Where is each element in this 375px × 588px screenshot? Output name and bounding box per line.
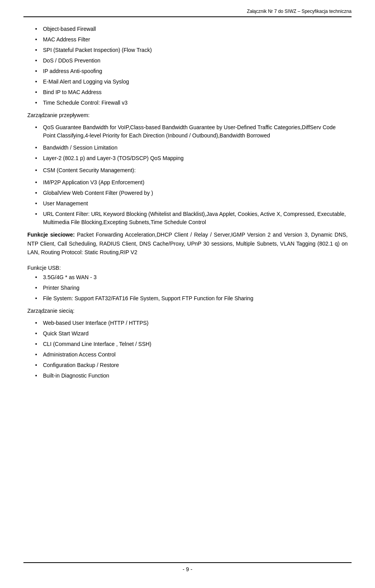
list-item: IM/P2P Application V3 (App Enforcement) [35, 178, 348, 187]
list-item: Configuration Backup / Restore [35, 361, 348, 369]
page-container: Załącznik Nr 7 do SIWZ – Specyfikacja te… [0, 0, 375, 588]
list-item: File System: Support FAT32/FAT16 File Sy… [35, 294, 348, 303]
list-item: Built-in Diagnostic Function [35, 372, 348, 380]
csm-item: CSM (Content Security Management): [35, 166, 348, 175]
list-item: GlobalView Web Content Filter (Powered b… [35, 189, 348, 197]
list-item: Administration Access Control [35, 351, 348, 359]
qos-item: QoS Guarantee Bandwidth for VoIP,Class-b… [35, 123, 348, 140]
list-item: Time Schedule Control: Firewall v3 [35, 99, 348, 107]
list-item: DoS / DDoS Prevention [35, 57, 348, 65]
list-item: CLI (Command Line Interface , Telnet / S… [35, 340, 348, 348]
footer-text: - 9 - [183, 566, 193, 572]
list-item: Bind IP to MAC Address [35, 88, 348, 96]
funkcje-usb-label: Funkcje USB: [27, 265, 61, 271]
page-footer: - 9 - [23, 562, 352, 572]
list-item: Quick Start Wizard [35, 330, 348, 338]
zarzadzanie-siecia-label: Zarządzanie siecią: [27, 308, 75, 314]
list-item: Printer Sharing [35, 284, 348, 292]
csm-sub-list: IM/P2P Application V3 (App Enforcement)G… [35, 178, 348, 226]
mgmt-list: Web-based User Interface (HTTP / HTTPS)Q… [35, 319, 348, 380]
list-item: Object-based Firewall [35, 25, 348, 33]
list-item: Layer-2 (802.1 p) and Layer-3 (TOS/DSCP)… [35, 154, 348, 162]
header-text: Załącznik Nr 7 do SIWZ – Specyfikacja te… [247, 9, 352, 14]
list-item: E-Mail Alert and Logging via Syslog [35, 78, 348, 86]
zarzadzanie-przeplywem-label: Zarządzanie przepływem: [27, 112, 90, 118]
zarzadzanie-przeplywem-section: Zarządzanie przepływem: [27, 111, 348, 119]
csm-label-text: CSM (Content Security Management): [43, 167, 136, 173]
list-item: SPI (Stateful Packet Inspection) (Flow T… [35, 46, 348, 54]
mid-list: Bandwidth / Session LimitationLayer-2 (8… [35, 144, 348, 162]
content-area: Object-based FirewallMAC Address FilterS… [23, 25, 352, 562]
page-header: Załącznik Nr 7 do SIWZ – Specyfikacja te… [23, 8, 352, 17]
qos-item-text: QoS Guarantee Bandwidth for VoIP,Class-b… [43, 124, 336, 139]
qos-list: QoS Guarantee Bandwidth for VoIP,Class-b… [35, 123, 348, 140]
list-item: MAC Address Filter [35, 36, 348, 44]
list-item: User Management [35, 200, 348, 208]
csm-list: CSM (Content Security Management): [35, 166, 348, 175]
firewall-features-list: Object-based FirewallMAC Address FilterS… [35, 25, 348, 107]
funkcje-usb-section: Funkcje USB: 3.5G/4G * as WAN - 3Printer… [27, 265, 348, 303]
funkcje-sieciowe-label: Funkcje sieciowe: [27, 232, 75, 238]
usb-list: 3.5G/4G * as WAN - 3Printer SharingFile … [35, 273, 348, 303]
zarzadzanie-siecia-section: Zarządzanie siecią: [27, 306, 348, 315]
list-item: URL Content Filter: URL Keyword Blocking… [35, 210, 348, 226]
list-item: 3.5G/4G * as WAN - 3 [35, 273, 348, 282]
funkcje-sieciowe-block: Funkcje sieciowe: Packet Forwarding Acce… [27, 230, 348, 257]
list-item: Bandwidth / Session Limitation [35, 144, 348, 152]
funkcje-usb-label-block: Funkcje USB: [27, 265, 348, 271]
list-item: IP address Anti-spoofing [35, 67, 348, 75]
funkcje-sieciowe-text: Packet Forwarding Acceleration,DHCP Clie… [27, 232, 348, 255]
list-item: Web-based User Interface (HTTP / HTTPS) [35, 319, 348, 327]
